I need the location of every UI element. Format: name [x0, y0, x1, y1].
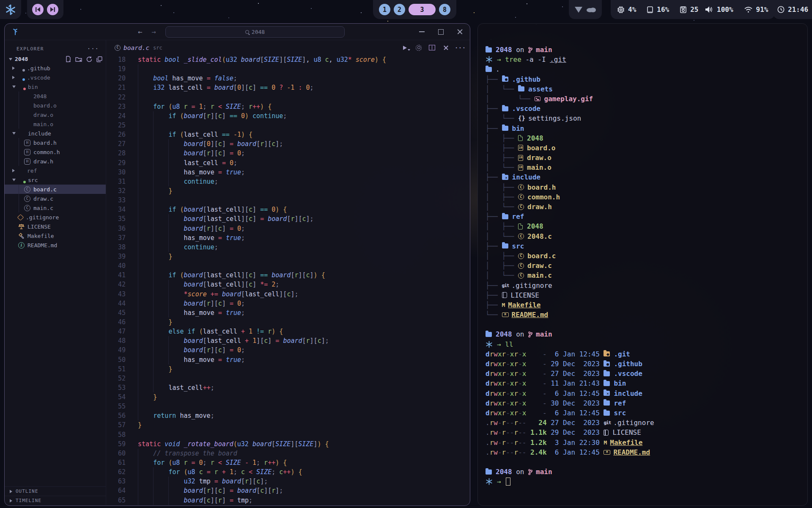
terminal-line: drwxr-xr-x - 6 Jan 12:45 src: [486, 408, 807, 418]
code-line-63: 63 u32 tmp = board[r][c];: [106, 477, 470, 486]
code-line-60: 60 // transpose the board: [106, 449, 470, 458]
explorer-item-.github[interactable]: .github: [5, 64, 106, 73]
nix-launcher-button[interactable]: [0, 0, 21, 19]
code-line-42: 42 board[last_cell][c] *= 2;: [106, 280, 470, 289]
outline-label: OUTLINE: [16, 489, 38, 494]
nav-back-button[interactable]: ←: [138, 28, 142, 36]
new-file-button[interactable]: [65, 56, 71, 62]
code-line-34: 34 if (board[last_cell][c] == 0) {: [106, 205, 470, 214]
code-line-33: 33: [106, 196, 470, 205]
chevron-right-icon: [12, 66, 15, 70]
terminal-line: ├── include: [486, 172, 807, 182]
settings-gear-icon[interactable]: [416, 45, 422, 51]
folder-icon: [502, 126, 508, 131]
explorer-item-bin[interactable]: bin: [5, 82, 106, 91]
terminal-line: → ll: [486, 340, 807, 349]
explorer-item-.vscode[interactable]: .vscode: [5, 73, 106, 82]
timeline-section[interactable]: TIMELINE: [5, 496, 106, 505]
code-line-52: 52: [106, 374, 470, 383]
draw.o-file-icon: [24, 112, 30, 117]
explorer-item-board.c[interactable]: Cboard.c: [5, 185, 106, 194]
file-label: .vscode: [27, 75, 50, 81]
explorer-item-draw.o[interactable]: draw.o: [5, 110, 106, 119]
volume-icon: [705, 6, 713, 13]
outline-section[interactable]: OUTLINE: [5, 486, 106, 496]
c-file-icon: C: [115, 45, 121, 51]
terminal-line: │ └── Cdraw.h: [486, 202, 807, 212]
code-line-40: 40: [106, 261, 470, 271]
minimize-button[interactable]: [418, 28, 426, 36]
explorer-item-draw.c[interactable]: Cdraw.c: [5, 194, 106, 203]
branch-icon: [528, 469, 532, 475]
editor-titlebar[interactable]: ← → 2048: [5, 24, 470, 40]
tab-board-c[interactable]: C board.c src: [115, 44, 162, 51]
explorer-more-button[interactable]: ···: [87, 45, 99, 52]
close-editor-button[interactable]: [442, 44, 450, 51]
common.h-file-icon: H: [24, 149, 30, 155]
folder-icon: [502, 214, 508, 219]
code-line-20: 20 bool has_move = false;: [106, 74, 470, 83]
explorer-item-common.h[interactable]: Hcommon.h: [5, 147, 106, 157]
explorer-item-main.o[interactable]: main.o: [5, 119, 106, 129]
terminal-line: ├── .vscode: [486, 104, 807, 113]
status-weather: [569, 0, 602, 19]
explorer-item-README.md[interactable]: iREADME.md: [5, 240, 106, 250]
explorer-item-2048[interactable]: 2048: [5, 91, 106, 101]
file-label: .gitignore: [26, 214, 59, 221]
collapse-folders-button[interactable]: [96, 56, 102, 62]
run-code-button[interactable]: [401, 44, 409, 51]
terminal-line: │ ├── 10draw.o: [486, 153, 807, 163]
folder-icon: [604, 400, 610, 406]
media-previous-button[interactable]: [32, 4, 44, 15]
explorer-item-.gitignore[interactable]: .gitignore: [5, 213, 106, 222]
.gitignore-file-icon: [17, 214, 24, 221]
clock-widget[interactable]: 21:46: [773, 0, 812, 19]
code-line-57: 57}: [106, 420, 470, 430]
code-line-32: 32 }: [106, 186, 470, 196]
maximize-button[interactable]: [437, 28, 445, 36]
file-label: LICENSE: [27, 224, 51, 230]
clang-icon: C: [518, 263, 524, 269]
code-area[interactable]: 18static bool _slide_col(u32 board[SIZE]…: [106, 55, 470, 505]
workspace-1[interactable]: 1: [379, 4, 390, 15]
memory-icon: [647, 6, 653, 13]
nav-forward-button[interactable]: →: [151, 28, 156, 36]
explorer-item-draw.h[interactable]: Hdraw.h: [5, 157, 106, 166]
binary-icon: 10: [518, 155, 523, 161]
workspace-8[interactable]: 8: [439, 4, 450, 15]
terminal-line: .rw-r--r-- 2.4k 6 Jan 12:45 MREADME.md: [486, 447, 807, 457]
chevron-down-icon: [12, 132, 16, 135]
.vscode-file-icon: [18, 75, 24, 80]
sidebar-bottom-panels: OUTLINE TIMELINE: [5, 486, 106, 505]
explorer-item-main.c[interactable]: Cmain.c: [5, 203, 106, 213]
wifi-icon: [744, 7, 752, 13]
explorer-title: EXPLORER: [16, 46, 44, 52]
editor-tabbar: C board.c src ···: [106, 40, 470, 55]
explorer-item-include[interactable]: include: [5, 129, 106, 138]
explorer-item-board.o[interactable]: board.o: [5, 101, 106, 110]
explorer-item-board.h[interactable]: Hboard.h: [5, 138, 106, 147]
explorer-root-folder[interactable]: 2048: [5, 55, 106, 64]
terminal-line: │ ├── 2048: [486, 221, 807, 231]
explorer-item-Makefile[interactable]: Makefile: [5, 231, 106, 240]
explorer-item-ref[interactable]: ref: [5, 166, 106, 175]
terminal-line: .rw-r--r-- 1.2k 3 Jan 22:30 MMakefile: [486, 438, 807, 447]
workspace-2[interactable]: 2: [394, 4, 405, 15]
new-folder-button[interactable]: [75, 56, 82, 62]
terminal-line: │ ├── 2048: [486, 133, 807, 143]
split-editor-button[interactable]: [429, 45, 435, 50]
explorer-item-src[interactable]: src: [5, 175, 106, 185]
terminal-line: .rw-r--r-- 1.1k 29 Dec 2023 LICENSE: [486, 428, 807, 437]
close-button[interactable]: [456, 28, 464, 36]
clang-icon: C: [518, 233, 524, 239]
workspace-3[interactable]: 3: [409, 4, 436, 15]
command-center-search[interactable]: 2048: [165, 26, 345, 38]
explorer-item-LICENSE[interactable]: LICENSE: [5, 222, 106, 231]
terminal-window[interactable]: 2048 on main→ tree -a -I .git.├── .githu…: [477, 23, 808, 506]
editor-more-actions[interactable]: ···: [457, 44, 464, 51]
media-next-button[interactable]: [47, 4, 58, 15]
file-label: Makefile: [27, 233, 54, 239]
wifi-strength: 91%: [756, 6, 768, 14]
code-line-58: 58: [106, 430, 470, 439]
refresh-button[interactable]: [86, 56, 92, 62]
